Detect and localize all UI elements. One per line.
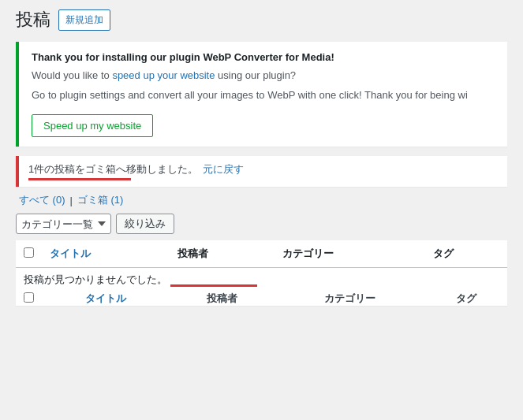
empty-message-text: 投稿が見つかりませんでした。	[24, 273, 167, 285]
empty-message-cell: 投稿が見つかりませんでした。	[16, 268, 507, 292]
plugin-notice-body-2: Go to plugin settings and convert all yo…	[32, 87, 495, 104]
filter-all[interactable]: すべて (0)	[16, 193, 69, 207]
posts-table: タイトル 投稿者 カテゴリー タグ 投稿が見つかりませんでした。	[16, 240, 507, 306]
header-checkbox-col	[16, 240, 42, 268]
table-body: 投稿が見つかりませんでした。	[16, 268, 507, 292]
trash-underline-decoration	[28, 178, 131, 180]
header-category-col: カテゴリー	[275, 240, 425, 268]
filter-separator: |	[69, 195, 74, 206]
footer-row: タイトル 投稿者 カテゴリー タグ	[16, 292, 507, 306]
empty-underline-decoration	[170, 284, 257, 287]
footer-select-all-checkbox[interactable]	[24, 292, 34, 303]
table-row-empty: 投稿が見つかりませんでした。	[16, 268, 507, 292]
footer-title-link[interactable]: タイトル	[85, 292, 126, 304]
new-add-button[interactable]: 新規追加	[58, 9, 110, 31]
category-select[interactable]: カテゴリー一覧	[16, 214, 111, 234]
page-title: 投稿	[16, 8, 50, 32]
footer-category-col: カテゴリー	[275, 292, 425, 306]
trash-notice: 1件の投稿をゴミ箱へ移動しました。 元に戻す	[16, 156, 507, 187]
footer-title-col: タイトル	[42, 292, 170, 306]
table-controls: カテゴリー一覧 絞り込み	[16, 214, 507, 234]
undo-link[interactable]: 元に戻す	[203, 162, 244, 177]
header-title-col: タイトル	[42, 240, 170, 268]
footer-author-col: 投稿者	[170, 292, 275, 306]
plugin-notice-title: Thank you for installing our plugin WebP…	[32, 51, 495, 63]
plugin-notice-body-1: Would you like to speed up your website …	[32, 68, 495, 84]
table-footer: タイトル 投稿者 カテゴリー タグ	[16, 292, 507, 306]
header-row: タイトル 投稿者 カテゴリー タグ	[16, 240, 507, 268]
plugin-notice: Thank you for installing our plugin WebP…	[16, 42, 507, 147]
header-author-col: 投稿者	[170, 240, 275, 268]
footer-tag-col: タグ	[425, 292, 507, 306]
filter-button[interactable]: 絞り込み	[116, 214, 174, 234]
page-header: 投稿 新規追加	[16, 8, 507, 32]
filter-trash[interactable]: ゴミ箱 (1)	[74, 193, 127, 207]
header-tag-col: タグ	[425, 240, 507, 268]
trash-notice-content: 1件の投稿をゴミ箱へ移動しました。 元に戻す	[28, 162, 244, 180]
table-header: タイトル 投稿者 カテゴリー タグ	[16, 240, 507, 268]
trash-notice-text: 1件の投稿をゴミ箱へ移動しました。	[28, 162, 198, 177]
header-title-link[interactable]: タイトル	[50, 247, 91, 259]
filter-links: すべて (0) | ゴミ箱 (1)	[16, 193, 507, 207]
speed-up-link[interactable]: speed up your website	[112, 69, 215, 81]
select-all-checkbox[interactable]	[24, 247, 34, 258]
speed-up-button[interactable]: Speed up my website	[32, 114, 153, 137]
footer-checkbox-col	[16, 292, 42, 306]
